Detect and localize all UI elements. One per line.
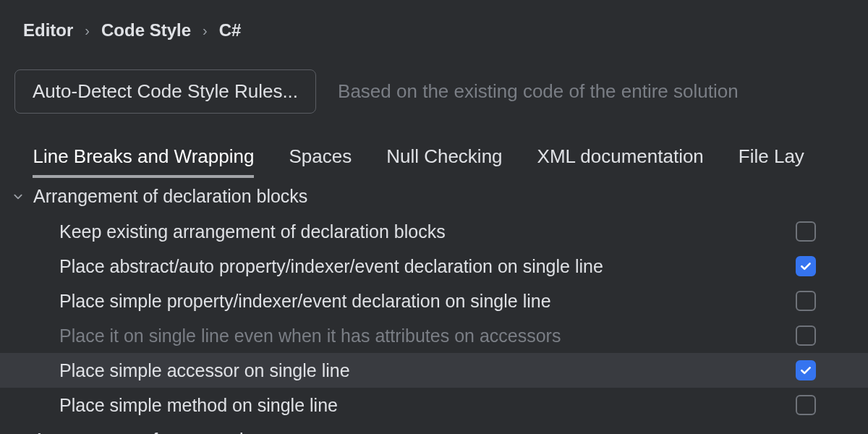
tab-xml-documentation[interactable]: XML documentation xyxy=(537,140,704,178)
checkbox[interactable] xyxy=(796,395,816,415)
breadcrumb-item-csharp[interactable]: C# xyxy=(219,20,242,41)
option-row[interactable]: Place abstract/auto property/indexer/eve… xyxy=(0,249,868,284)
auto-detect-button[interactable]: Auto-Detect Code Style Rules... xyxy=(14,69,316,114)
chevron-right-icon: › xyxy=(203,22,208,39)
option-label: Place simple accessor on single line xyxy=(59,360,350,381)
toolbar: Auto-Detect Code Style Rules... Based on… xyxy=(0,54,868,131)
chevron-right-icon: › xyxy=(85,22,90,39)
breadcrumb: Editor › Code Style › C# xyxy=(0,0,868,54)
section-title: Arrangement of enumerations xyxy=(33,430,273,434)
option-label: Place abstract/auto property/indexer/eve… xyxy=(59,256,603,277)
breadcrumb-item-code-style[interactable]: Code Style xyxy=(101,20,191,41)
section-title: Arrangement of declaration blocks xyxy=(33,186,307,207)
option-row[interactable]: Keep existing arrangement of declaration… xyxy=(0,214,868,249)
option-label: Place simple method on single line xyxy=(59,395,338,416)
toolbar-hint: Based on the existing code of the entire… xyxy=(338,80,739,103)
option-label: Place simple property/indexer/event decl… xyxy=(59,291,551,312)
option-row[interactable]: Place simple method on single line xyxy=(0,388,868,422)
option-row[interactable]: Place simple property/indexer/event decl… xyxy=(0,284,868,318)
option-row[interactable]: Place simple accessor on single line xyxy=(0,353,868,388)
option-row[interactable]: Place it on single line even when it has… xyxy=(0,318,868,353)
breadcrumb-item-editor[interactable]: Editor xyxy=(23,20,73,41)
checkbox[interactable] xyxy=(796,291,816,311)
checkbox[interactable] xyxy=(796,326,816,346)
option-label: Place it on single line even when it has… xyxy=(59,326,561,346)
chevron-down-icon xyxy=(10,192,26,202)
section-header-declaration-blocks[interactable]: Arrangement of declaration blocks xyxy=(0,179,868,214)
checkbox[interactable] xyxy=(796,256,816,276)
settings-panel: Arrangement of declaration blocks Keep e… xyxy=(0,179,868,434)
checkbox[interactable] xyxy=(796,360,816,380)
tab-file-layout[interactable]: File Lay xyxy=(739,140,804,178)
tab-spaces[interactable]: Spaces xyxy=(289,140,352,178)
tab-line-breaks[interactable]: Line Breaks and Wrapping xyxy=(33,140,254,178)
option-label: Keep existing arrangement of declaration… xyxy=(59,221,446,242)
checkbox[interactable] xyxy=(796,221,816,242)
tab-null-checking[interactable]: Null Checking xyxy=(386,140,502,178)
tabs: es Line Breaks and Wrapping Spaces Null … xyxy=(0,131,868,179)
section-header-enumerations[interactable]: Arrangement of enumerations xyxy=(0,422,868,434)
